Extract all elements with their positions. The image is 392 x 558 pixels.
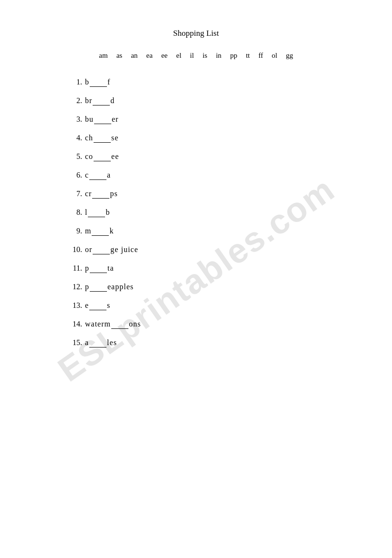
item-number: 14.	[67, 320, 82, 328]
word-bank-item: pp	[230, 52, 237, 60]
item-number: 13.	[67, 301, 82, 310]
list-item: 14.waterm ons	[67, 320, 354, 329]
list-item: 6.c a	[67, 171, 354, 180]
item-number: 6.	[67, 171, 82, 179]
list-item: 3.bu er	[67, 115, 354, 124]
word-bank-item: ff	[258, 52, 263, 60]
item-word: or ge juice	[85, 245, 138, 254]
item-word: c a	[85, 171, 111, 180]
blank-space	[90, 264, 107, 273]
word-bank-item: is	[202, 52, 207, 60]
word-bank-item: gg	[286, 52, 293, 60]
item-word: ch se	[85, 134, 118, 143]
word-bank: amasaneaeeelilisinppttffolgg	[38, 52, 354, 60]
blank-space	[92, 190, 109, 199]
item-word: l b	[85, 208, 110, 217]
item-word: a les	[85, 338, 117, 347]
page: ESLprintables.com Shopping List amasanea…	[0, 0, 392, 558]
list-item: 2.br d	[67, 96, 354, 105]
word-bank-item: am	[99, 52, 107, 60]
item-word: waterm ons	[85, 320, 141, 329]
list-item: 7.cr ps	[67, 190, 354, 199]
list-item: 9.m k	[67, 227, 354, 236]
word-bank-item: ea	[146, 52, 152, 60]
word-bank-item: el	[176, 52, 181, 60]
blank-space	[89, 338, 106, 347]
item-number: 10.	[67, 245, 82, 254]
blank-space	[90, 283, 107, 292]
list-item: 1.b f	[67, 78, 354, 87]
item-number: 7.	[67, 190, 82, 198]
item-number: 1.	[67, 78, 82, 86]
blank-space	[90, 78, 107, 87]
item-word: cr ps	[85, 190, 118, 199]
item-number: 5.	[67, 152, 82, 161]
item-word: m k	[85, 227, 114, 236]
content: Shopping List amasaneaeeelilisinppttffol…	[38, 29, 354, 347]
list-item: 12.p eapples	[67, 283, 354, 292]
blank-space	[111, 320, 128, 329]
item-number: 8.	[67, 208, 82, 217]
item-word: p ta	[85, 264, 114, 273]
item-word: br d	[85, 96, 115, 105]
blank-space	[94, 115, 111, 124]
item-word: bu er	[85, 115, 118, 124]
blank-space	[89, 171, 106, 180]
blank-space	[92, 227, 109, 236]
item-word: p eapples	[85, 283, 134, 292]
list-item: 15.a les	[67, 338, 354, 347]
item-word: e s	[85, 301, 110, 310]
list-item: 8.l b	[67, 208, 354, 217]
item-number: 12.	[67, 283, 82, 291]
item-word: b f	[85, 78, 110, 87]
item-number: 2.	[67, 96, 82, 105]
list-item: 5.co ee	[67, 152, 354, 161]
blank-space	[94, 134, 111, 143]
word-bank-item: ee	[161, 52, 168, 60]
item-number: 11.	[67, 264, 82, 273]
blank-space	[94, 152, 111, 161]
page-title: Shopping List	[38, 29, 354, 38]
blank-space	[93, 245, 110, 254]
item-number: 3.	[67, 115, 82, 124]
item-number: 9.	[67, 227, 82, 235]
list-item: 10.or ge juice	[67, 245, 354, 254]
shopping-list: 1.b f2.br d3.bu er4.ch se5.co ee6.c a7.c…	[67, 78, 354, 347]
blank-space	[88, 208, 105, 217]
word-bank-item: tt	[246, 52, 250, 60]
word-bank-item: in	[216, 52, 222, 60]
word-bank-item: ol	[272, 52, 277, 60]
word-bank-item: il	[190, 52, 194, 60]
word-bank-item: an	[131, 52, 138, 60]
list-item: 11.p ta	[67, 264, 354, 273]
list-item: 13.e s	[67, 301, 354, 310]
blank-space	[89, 301, 106, 310]
item-number: 15.	[67, 338, 82, 347]
blank-space	[93, 96, 110, 105]
item-word: co ee	[85, 152, 119, 161]
word-bank-item: as	[117, 52, 123, 60]
item-number: 4.	[67, 134, 82, 142]
list-item: 4.ch se	[67, 134, 354, 143]
